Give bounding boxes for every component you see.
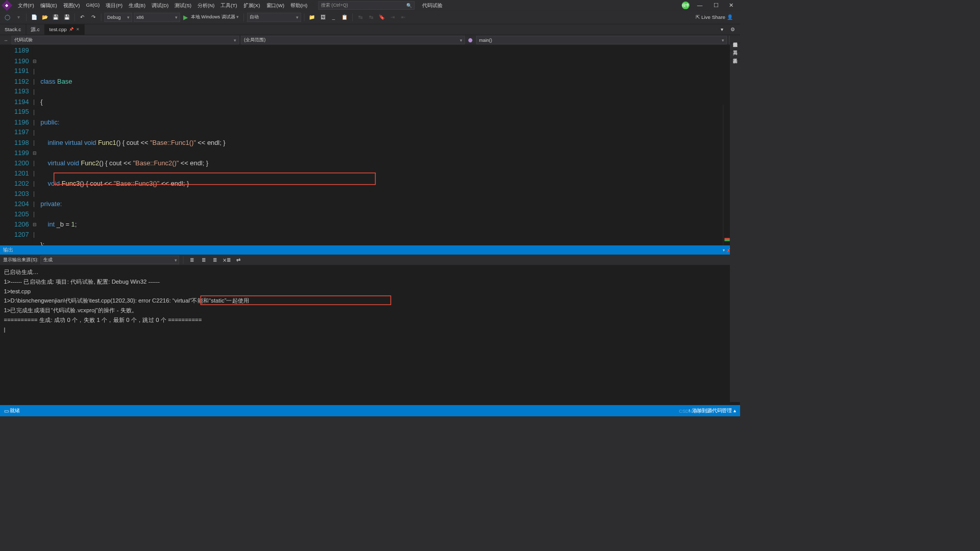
search-icon: 🔍 bbox=[406, 3, 412, 8]
separator bbox=[26, 13, 27, 21]
back-button[interactable]: ◯ bbox=[3, 13, 12, 22]
tool-icon[interactable]: ≣ bbox=[210, 255, 219, 264]
search-input[interactable]: 搜索 (Ctrl+Q) 🔍 bbox=[318, 1, 414, 10]
output-panel-header[interactable]: 输出 ▾ 📌 ✕ bbox=[0, 245, 740, 255]
code-navbar: ↔ 代码试验▾ (全局范围)▾ ⬤ main()▾ ✚ bbox=[0, 35, 740, 45]
separator bbox=[243, 13, 244, 21]
member-combo[interactable]: (全局范围)▾ bbox=[241, 36, 465, 44]
new-item-button[interactable]: 📄 bbox=[30, 13, 39, 22]
editor-tabs: Stack.c 源.c test.cpp📌✕ ▾ ⚙ bbox=[0, 24, 740, 35]
tool-icon[interactable]: ⇄ bbox=[234, 255, 243, 264]
tab-dropdown-icon[interactable]: ▾ bbox=[718, 25, 727, 34]
separator bbox=[183, 256, 184, 264]
menu-extensions[interactable]: 扩展(X) bbox=[240, 0, 263, 10]
tool-icon[interactable]: ≣ bbox=[199, 255, 208, 264]
menu-edit[interactable]: 编辑(E) bbox=[37, 0, 60, 10]
scope-combo[interactable]: 代码试验▾ bbox=[12, 36, 239, 44]
output-source-combo[interactable]: 生成▾ bbox=[41, 256, 180, 264]
output-body[interactable]: 已启动生成… 1>------ 已启动生成: 项目: 代码试验, 配置: Deb… bbox=[0, 265, 740, 405]
menu-help[interactable]: 帮助(H) bbox=[287, 0, 310, 10]
tool-icon[interactable]: 🖼 bbox=[318, 13, 327, 22]
menu-test[interactable]: 测试(S) bbox=[172, 0, 194, 10]
side-panels: 服务器资源管理器 工具箱 诊断工具 bbox=[730, 35, 740, 402]
tool-icon[interactable]: ↹ bbox=[356, 13, 365, 22]
toolbar: ◯ ▾ 📄 📂 💾 💾 ↶ ↷ Debug▾ x86▾ ▶ 本地 Windows… bbox=[0, 10, 740, 24]
close-button[interactable]: ✕ bbox=[726, 1, 737, 10]
redo-button[interactable]: ↷ bbox=[89, 13, 98, 22]
auto-combo[interactable]: 自动▾ bbox=[247, 13, 301, 22]
code-editor[interactable]: 1189119011911192119311941195119611971198… bbox=[0, 45, 740, 245]
line-gutter: 1189119011911192119311941195119611971198… bbox=[0, 45, 33, 245]
function-icon: ⬤ bbox=[467, 36, 474, 43]
statusbar: ▭ 就绪 ↑ 添加到源代码管理 ▴ CSDN @ijh1267 bbox=[0, 405, 740, 416]
side-server-explorer[interactable]: 服务器资源管理器 bbox=[730, 35, 740, 43]
tool-icon[interactable]: _ bbox=[329, 13, 338, 22]
save-button[interactable]: 💾 bbox=[51, 13, 60, 22]
titlebar: ◆ 文件(F) 编辑(E) 视图(V) Git(G) 项目(P) 生成(B) 调… bbox=[0, 0, 740, 10]
tool-icon[interactable]: ↹ bbox=[366, 13, 376, 22]
tab-test-cpp[interactable]: test.cpp📌✕ bbox=[44, 24, 84, 35]
liveshare-icon: ⇱ bbox=[696, 14, 700, 20]
menu-build[interactable]: 生成(B) bbox=[126, 0, 149, 10]
menu-view[interactable]: 视图(V) bbox=[60, 0, 83, 10]
output-title: 输出 bbox=[3, 246, 13, 254]
menu-git[interactable]: Git(G) bbox=[83, 0, 103, 10]
pin-icon[interactable]: 📌 bbox=[69, 28, 74, 32]
status-ready: 就绪 bbox=[10, 407, 20, 414]
tool-icon[interactable]: ≣ bbox=[187, 255, 197, 264]
tool-icon[interactable]: ⇥ bbox=[388, 13, 397, 22]
forward-button[interactable]: ▾ bbox=[14, 13, 23, 22]
menu-file[interactable]: 文件(F) bbox=[15, 0, 37, 10]
play-icon[interactable]: ▶ bbox=[183, 13, 188, 20]
close-icon[interactable]: ✕ bbox=[76, 27, 80, 32]
fold-gutter[interactable]: ⊟││││││││⊟││││││⊟│ bbox=[33, 45, 40, 245]
tool-icon[interactable]: ⇤ bbox=[399, 13, 408, 22]
clear-icon[interactable]: ⨯≣ bbox=[222, 255, 231, 264]
output-toolbar: 显示输出来源(S): 生成▾ ≣ ≣ ≣ ⨯≣ ⇄ bbox=[0, 255, 740, 265]
undo-button[interactable]: ↶ bbox=[78, 13, 87, 22]
side-toolbox[interactable]: 工具箱 bbox=[730, 43, 740, 52]
separator bbox=[304, 13, 304, 21]
menu-project[interactable]: 项目(P) bbox=[103, 0, 126, 10]
search-placeholder: 搜索 (Ctrl+Q) bbox=[321, 2, 348, 9]
menu-tools[interactable]: 工具(T) bbox=[217, 0, 240, 10]
app-title: 代码试验 bbox=[422, 2, 442, 9]
separator bbox=[101, 13, 102, 21]
save-all-button[interactable]: 💾 bbox=[62, 13, 71, 22]
menu-window[interactable]: 窗口(W) bbox=[263, 0, 287, 10]
output-source-label: 显示输出来源(S): bbox=[3, 257, 38, 263]
tool-icon[interactable]: 📋 bbox=[340, 13, 349, 22]
debugger-button[interactable]: 本地 Windows 调试器 ▾ bbox=[189, 14, 240, 20]
main-menu: 文件(F) 编辑(E) 视图(V) Git(G) 项目(P) 生成(B) 调试(… bbox=[15, 0, 311, 10]
minimap[interactable] bbox=[723, 105, 730, 245]
bookmark-icon[interactable]: 🔖 bbox=[377, 13, 386, 22]
settings-icon[interactable]: ⚙ bbox=[728, 25, 738, 34]
vs-logo-icon: ◆ bbox=[2, 0, 12, 11]
open-button[interactable]: 📂 bbox=[40, 13, 50, 22]
pin-icon[interactable]: ▾ bbox=[723, 247, 725, 253]
tool-icon[interactable]: 📁 bbox=[307, 13, 316, 22]
status-ready-icon: ▭ bbox=[4, 408, 9, 413]
config-combo[interactable]: Debug▾ bbox=[105, 13, 132, 22]
menu-analyze[interactable]: 分析(N) bbox=[194, 0, 217, 10]
user-icon: 👤 bbox=[727, 14, 733, 20]
watermark: CSDN @ijh1267 bbox=[679, 409, 713, 414]
separator bbox=[75, 13, 75, 21]
code-body[interactable]: class Base { public: inline virtual void… bbox=[40, 45, 740, 245]
function-combo[interactable]: main()▾ bbox=[476, 36, 727, 44]
nav-icon[interactable]: ↔ bbox=[3, 36, 10, 43]
tab-source-c[interactable]: 源.c bbox=[26, 24, 44, 35]
separator bbox=[352, 13, 353, 21]
platform-combo[interactable]: x86▾ bbox=[134, 13, 180, 22]
maximize-button[interactable]: ☐ bbox=[710, 1, 721, 10]
tab-stack-c[interactable]: Stack.c bbox=[0, 24, 26, 35]
marker bbox=[724, 240, 730, 241]
minimize-button[interactable]: ― bbox=[694, 1, 706, 10]
user-avatar[interactable]: 俊李 bbox=[682, 2, 690, 9]
side-diagnostics[interactable]: 诊断工具 bbox=[730, 51, 740, 59]
liveshare-button[interactable]: ⇱ Live Share 👤 bbox=[692, 14, 737, 20]
menu-debug[interactable]: 调试(D) bbox=[149, 0, 172, 10]
